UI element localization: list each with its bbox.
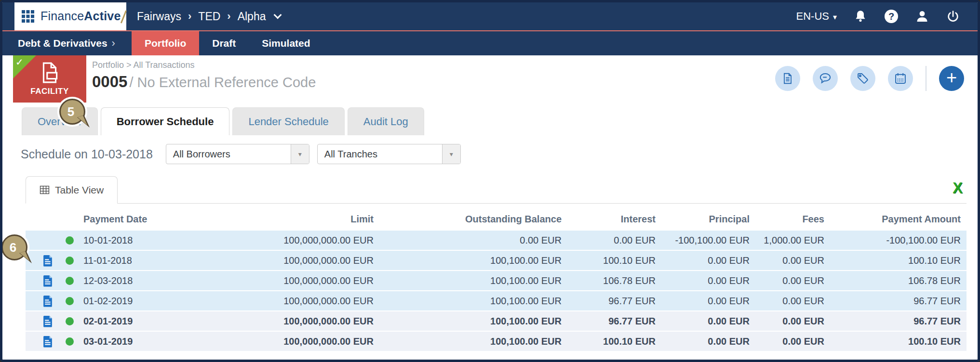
top-navbar: FinanceActive Fairways › TED › Alpha EN-…	[2, 2, 978, 30]
table-grid-icon	[40, 185, 50, 195]
app-launcher-icon[interactable]	[21, 10, 35, 23]
status-dot-icon	[66, 277, 74, 285]
cell-limit: 100,000,000.00 EUR	[194, 336, 374, 347]
documents-button[interactable]	[775, 66, 800, 91]
column-header-fees: Fees	[750, 214, 824, 225]
language-selector[interactable]: EN-US	[796, 10, 837, 23]
cell-principal: 0.00 EUR	[656, 275, 750, 286]
chevron-right-icon: ›	[227, 10, 230, 23]
logout-power-icon[interactable]	[946, 9, 960, 24]
caret-down-icon[interactable]	[442, 144, 460, 164]
tranches-dropdown[interactable]: All Tranches	[317, 144, 461, 164]
table-view-tab[interactable]: Table View	[26, 176, 118, 204]
calendar-button[interactable]	[888, 66, 913, 91]
cell-payment-date: 12-03-2018	[83, 275, 194, 286]
facility-type-badge: FACILITY	[13, 55, 86, 103]
cell-outstanding-balance: 100,100.00 EUR	[374, 316, 562, 327]
cell-interest: 100.10 EUR	[562, 255, 656, 266]
divider	[926, 66, 926, 91]
breadcrumb-item-alpha[interactable]: Alpha	[238, 10, 266, 23]
help-icon[interactable]	[884, 9, 899, 24]
breadcrumb-item-fairways[interactable]: Fairways	[137, 10, 181, 23]
view-bar: Table View X	[26, 176, 967, 204]
tab-portfolio[interactable]: Portfolio	[132, 31, 199, 55]
facility-document-icon	[40, 62, 60, 84]
cell-interest: 96.77 EUR	[562, 296, 656, 307]
document-icon[interactable]	[43, 275, 53, 287]
app-window: FinanceActive Fairways › TED › Alpha EN-…	[0, 0, 980, 362]
cell-fees: 0.00 EUR	[750, 275, 824, 286]
document-icon[interactable]	[43, 336, 53, 348]
topnav-actions: EN-US	[796, 9, 960, 24]
document-icon[interactable]	[43, 295, 53, 307]
notifications-bell-icon[interactable]	[853, 9, 868, 24]
excel-export-icon[interactable]: X	[953, 181, 963, 195]
status-dot-icon	[66, 337, 74, 346]
breadcrumb-item-ted[interactable]: TED	[198, 10, 220, 23]
cell-fees: 0.00 EUR	[750, 296, 824, 307]
cell-interest: 100.10 EUR	[562, 336, 656, 347]
table-row[interactable]: 01-02-2019 100,000,000.00 EUR 100,100.00…	[26, 291, 967, 310]
cell-outstanding-balance: 0.00 EUR	[374, 235, 562, 246]
facility-header: FACILITY Portfolio > All Transactions 00…	[2, 55, 978, 104]
borrowers-dropdown[interactable]: All Borrowers	[166, 144, 309, 164]
cell-fees: 0.00 EUR	[750, 316, 824, 327]
column-header-outstanding-balance: Outstanding Balance	[374, 214, 562, 225]
tab-lender-schedule[interactable]: Lender Schedule	[232, 107, 344, 135]
cell-payment-amount: 106.78 EUR	[824, 275, 967, 286]
table-row[interactable]: 02-01-2019 100,000,000.00 EUR 100,100.00…	[26, 311, 967, 331]
cell-fees: 0.00 EUR	[750, 255, 824, 266]
facility-name: / No External Reference Code	[129, 75, 316, 90]
cell-limit: 100,000,000.00 EUR	[194, 296, 374, 307]
cell-outstanding-balance: 100,100.00 EUR	[374, 255, 562, 266]
tab-simulated[interactable]: Simulated	[249, 31, 323, 55]
facility-type-label: FACILITY	[30, 87, 69, 96]
status-dot-icon	[66, 257, 74, 265]
cell-payment-date: 01-02-2019	[83, 296, 194, 307]
table-view-label: Table View	[55, 184, 104, 196]
module-navbar: Debt & Derivatives Portfolio Draft Simul…	[2, 30, 978, 55]
comments-button[interactable]	[813, 66, 838, 91]
chevron-right-icon: ›	[188, 10, 191, 23]
annotation-badge-5: 5	[59, 99, 85, 125]
document-icon[interactable]	[43, 315, 53, 327]
cell-limit: 100,000,000.00 EUR	[194, 316, 374, 327]
cell-principal: 0.00 EUR	[656, 296, 750, 307]
module-menu-debt-derivatives[interactable]: Debt & Derivatives	[18, 31, 115, 55]
status-dot-icon	[66, 236, 74, 245]
tab-borrower-schedule[interactable]: Borrower Schedule	[101, 107, 230, 135]
cell-limit: 100,000,000.00 EUR	[194, 275, 374, 286]
table-row[interactable]: 03-01-2019 100,000,000.00 EUR 100,100.00…	[26, 332, 967, 351]
tags-button[interactable]	[850, 66, 875, 91]
annotation-badge-6: 6	[1, 234, 27, 260]
cell-interest: 96.77 EUR	[562, 316, 656, 327]
add-button[interactable]	[939, 66, 964, 91]
cell-fees: 0.00 EUR	[750, 336, 824, 347]
logo[interactable]: FinanceActive	[14, 2, 126, 30]
cell-payment-date: 10-01-2018	[83, 235, 194, 246]
brand-logo: FinanceActive	[40, 9, 124, 24]
cell-principal: -100,100.00 EUR	[656, 235, 750, 246]
schedule-date-label: Schedule on 10-03-2018	[21, 147, 153, 161]
table-row[interactable]: 12-03-2018 100,000,000.00 EUR 100,100.00…	[26, 271, 967, 290]
table-header-row: Payment Date Limit Outstanding Balance I…	[26, 207, 967, 231]
logo-slash-icon	[120, 10, 126, 23]
cell-interest: 0.00 EUR	[562, 235, 656, 246]
caret-down-icon[interactable]	[291, 144, 309, 164]
column-header-principal: Principal	[656, 214, 750, 225]
cell-payment-amount: -100,100.00 EUR	[824, 235, 967, 246]
tab-audit-log[interactable]: Audit Log	[348, 107, 424, 135]
cell-payment-amount: 100.10 EUR	[824, 255, 967, 266]
cell-principal: 0.00 EUR	[656, 255, 750, 266]
caret-down-icon	[833, 10, 837, 23]
checkmark-ribbon-icon	[13, 55, 36, 78]
schedule-table: Payment Date Limit Outstanding Balance I…	[26, 207, 967, 351]
tab-draft[interactable]: Draft	[199, 31, 249, 55]
table-row[interactable]: 11-01-2018 100,000,000.00 EUR 100,100.00…	[26, 251, 967, 270]
table-row[interactable]: 10-01-2018 100,000,000.00 EUR 0.00 EUR 0…	[26, 231, 967, 250]
chevron-down-icon[interactable]	[273, 11, 282, 19]
breadcrumb: Fairways › TED › Alpha	[137, 10, 281, 23]
user-icon[interactable]	[915, 9, 929, 24]
column-header-payment-amount: Payment Amount	[824, 214, 967, 225]
document-icon[interactable]	[43, 255, 53, 267]
